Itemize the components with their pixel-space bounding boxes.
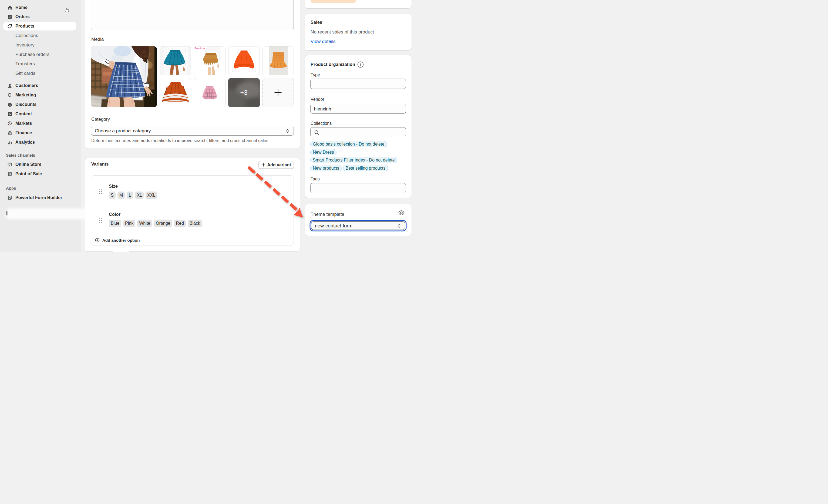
svg-text:BeauSecret: BeauSecret [195,47,205,49]
svg-text:+3: +3 [240,89,247,96]
svg-text:$: $ [9,122,10,125]
svg-text:S: S [9,173,10,175]
